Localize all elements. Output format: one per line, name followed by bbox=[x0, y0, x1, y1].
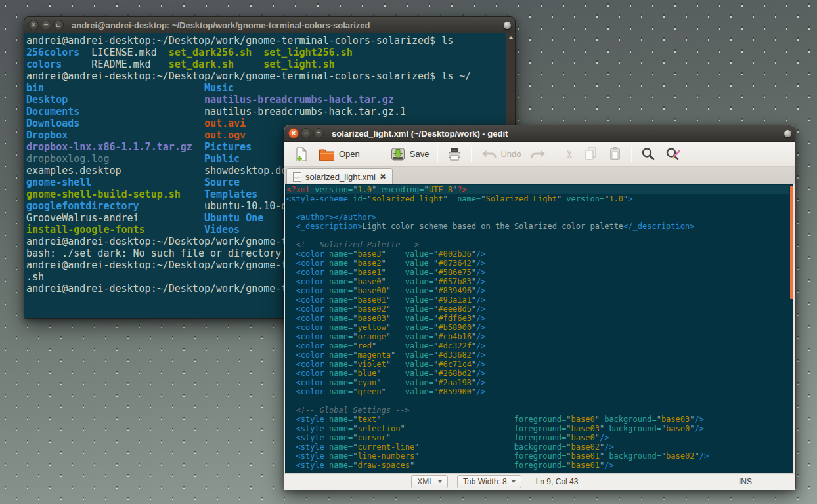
code-line: <author></author> bbox=[286, 213, 793, 222]
code-line: <color name="base00" value="#839496"/> bbox=[286, 286, 793, 295]
close-button[interactable]: × bbox=[288, 128, 299, 138]
code-line: <color name="yellow" value="#b58900"/> bbox=[286, 323, 793, 332]
gedit-window: × − solarized_light.xml (~/Desktop/work)… bbox=[284, 125, 796, 490]
code-line: <style name="selection" foreground="base… bbox=[286, 424, 793, 433]
terminal-titlebar[interactable]: × − andrei@andrei-desktop: ~/Desktop/wor… bbox=[24, 17, 515, 33]
language-label: XML bbox=[417, 477, 433, 486]
find-replace-icon bbox=[665, 146, 681, 161]
chevron-down-icon bbox=[512, 480, 516, 483]
maximize-button[interactable] bbox=[53, 20, 64, 30]
code-line bbox=[286, 203, 793, 213]
find-button[interactable] bbox=[636, 144, 659, 164]
copy-button[interactable] bbox=[579, 144, 602, 164]
toolbar-separator bbox=[556, 146, 556, 162]
cut-icon: ✂ bbox=[563, 149, 576, 158]
code-line: <color name="magenta" value="#d33682"/> bbox=[286, 350, 793, 360]
new-document-icon bbox=[294, 146, 309, 162]
toolbar-separator bbox=[631, 146, 632, 162]
code-line: <?xml version="1.0" encoding="UTF-8"?> bbox=[286, 185, 789, 194]
window-title: solarized_light.xml (~/Desktop/work) - g… bbox=[332, 129, 508, 138]
terminal-line: andrei@andrei-desktop:~/Desktop/work/gno… bbox=[26, 70, 504, 82]
minimize-button[interactable]: − bbox=[301, 128, 311, 138]
open-dropdown-button[interactable] bbox=[365, 152, 378, 157]
redo-icon bbox=[531, 148, 547, 160]
code-line: <!-- Solarized Palette --> bbox=[286, 240, 793, 249]
undo-button-label: Undo bbox=[500, 149, 521, 159]
titlebar-orb-icon bbox=[504, 22, 511, 29]
code-line: <color name="base2" value="#073642"/> bbox=[286, 259, 793, 268]
code-line: <style name="draw-spaces" foreground="ba… bbox=[286, 461, 793, 470]
window-title: andrei@andrei-desktop: ~/Desktop/work/gn… bbox=[72, 20, 370, 30]
code-line: <!-- Global Settings --> bbox=[286, 406, 793, 415]
code-line: <color name="green" value="#859900"/> bbox=[286, 387, 793, 396]
print-icon bbox=[447, 146, 462, 162]
code-content: <?xml version="1.0" encoding="UTF-8"?><s… bbox=[286, 185, 793, 470]
desktop-wallpaper: × − andrei@andrei-desktop: ~/Desktop/wor… bbox=[0, 0, 817, 504]
terminal-line: colors README.mkd set_dark.sh set_light.… bbox=[26, 58, 504, 70]
terminal-line: Documents nautilus-breadcrumbs-hack.tar.… bbox=[26, 106, 504, 117]
code-line: <style name="cursor" foreground="base0"/… bbox=[286, 433, 793, 442]
terminal-line: andrei@andrei-desktop:~/Desktop/work/gno… bbox=[26, 35, 504, 47]
code-line: <_description>Light color scheme based o… bbox=[286, 222, 793, 231]
tab-width-label: Tab Width: 8 bbox=[463, 477, 507, 486]
tab-solarized-light-xml[interactable]: </> solarized_light.xml ✖ bbox=[286, 168, 393, 184]
code-line: <style name="current-line" background="b… bbox=[286, 442, 793, 452]
code-line: <color name="orange" value="#cb4b16"/> bbox=[286, 332, 793, 341]
maximize-button[interactable] bbox=[313, 128, 324, 138]
open-button-label: Open bbox=[339, 149, 360, 159]
code-line: <color name="cyan" value="#2aa198"/> bbox=[286, 378, 793, 387]
tab-label: solarized_light.xml bbox=[305, 172, 376, 182]
print-button[interactable] bbox=[443, 144, 466, 165]
cut-button[interactable]: ✂ bbox=[561, 145, 578, 163]
status-bar: XML Tab Width: 8 Ln 9, Col 43 INS bbox=[284, 473, 795, 490]
editor[interactable]: <?xml version="1.0" encoding="UTF-8"?><s… bbox=[285, 184, 793, 473]
terminal-line: Desktop nautilus-breadcrumbs-hack.tar.gz bbox=[26, 94, 504, 106]
new-document-button[interactable] bbox=[290, 144, 313, 165]
code-line: <color name="violet" value="#6c71c4"/> bbox=[286, 360, 793, 369]
terminal-line: 256colors LICENSE.mkd set_dark256.sh set… bbox=[26, 47, 504, 58]
terminal-line: bin Music bbox=[26, 82, 504, 94]
paste-button[interactable] bbox=[604, 144, 627, 164]
save-icon bbox=[390, 146, 406, 162]
titlebar-orb-icon bbox=[784, 130, 791, 137]
undo-icon bbox=[480, 148, 497, 160]
code-line: <color name="base02" value="#eee8d5"/> bbox=[286, 304, 793, 314]
code-line bbox=[286, 396, 793, 406]
redo-button[interactable] bbox=[527, 145, 551, 163]
scroll-up-icon[interactable] bbox=[508, 36, 514, 39]
save-button-label: Save bbox=[410, 149, 430, 159]
toolbar-separator bbox=[437, 146, 438, 162]
paste-icon bbox=[607, 146, 623, 161]
editor-scrollbar[interactable] bbox=[790, 186, 793, 299]
close-button[interactable]: × bbox=[28, 20, 39, 30]
open-button[interactable]: Open bbox=[315, 144, 364, 164]
code-line: <color name="base01" value="#93a1a1"/> bbox=[286, 295, 793, 304]
code-line: <style name="line-numbers" foreground="b… bbox=[286, 452, 793, 461]
tab-bar: </> solarized_light.xml ✖ bbox=[284, 167, 795, 184]
replace-button[interactable] bbox=[661, 144, 685, 164]
code-line: <color name="base3" value="#002b36"/> bbox=[286, 249, 793, 259]
minimize-button[interactable]: − bbox=[41, 20, 51, 30]
undo-button[interactable]: Undo bbox=[476, 145, 525, 163]
code-line: <style-scheme id="solarized_light" _name… bbox=[286, 194, 793, 203]
code-line: <color name="blue" value="#268bd2"/> bbox=[286, 369, 793, 378]
language-selector[interactable]: XML bbox=[411, 475, 448, 488]
save-button[interactable]: Save bbox=[386, 144, 433, 165]
cursor-position: Ln 9, Col 43 bbox=[536, 477, 621, 486]
toolbar: Open Save bbox=[284, 142, 795, 167]
tab-width-selector[interactable]: Tab Width: 8 bbox=[457, 475, 521, 488]
code-line: <color name="red" value="#dc322f"/> bbox=[286, 341, 793, 350]
input-mode-indicator: INS bbox=[739, 477, 752, 486]
code-line bbox=[286, 231, 793, 240]
chevron-down-icon bbox=[438, 480, 442, 483]
code-line: <color name="base03" value="#fdf6e3"/> bbox=[286, 314, 793, 323]
toolbar-separator bbox=[471, 146, 472, 162]
code-line: <style name="text" foreground="base0" ba… bbox=[286, 415, 793, 424]
code-line: <color name="base1" value="#586e75"/> bbox=[286, 268, 793, 277]
code-line: <color name="base0" value="#657b83"/> bbox=[286, 277, 793, 286]
open-folder-icon bbox=[319, 147, 335, 161]
gedit-titlebar[interactable]: × − solarized_light.xml (~/Desktop/work)… bbox=[284, 125, 795, 142]
document-icon: </> bbox=[293, 172, 301, 182]
tab-close-icon[interactable]: ✖ bbox=[380, 172, 386, 181]
copy-icon bbox=[583, 146, 598, 161]
